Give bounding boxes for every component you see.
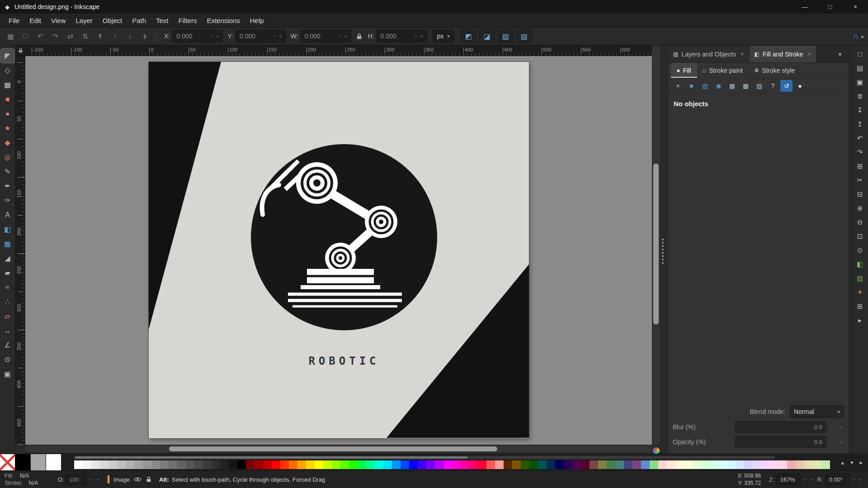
palette-swatch[interactable] bbox=[375, 460, 383, 469]
palette-swatch[interactable] bbox=[495, 460, 504, 469]
subtab-stroke-paint[interactable]: □ Stroke paint bbox=[697, 63, 749, 78]
palette-swatch[interactable] bbox=[297, 460, 306, 469]
document-page-image[interactable]: ROBOTIC bbox=[149, 62, 529, 438]
palette-swatch[interactable] bbox=[718, 460, 727, 469]
import-icon[interactable]: ↧ bbox=[853, 103, 867, 117]
blur-increment-icon[interactable]: + bbox=[838, 424, 844, 431]
palette-swatch[interactable] bbox=[255, 460, 263, 469]
vertical-scrollbar-thumb[interactable] bbox=[653, 164, 659, 324]
palette-swatch[interactable] bbox=[615, 460, 624, 469]
white-swatch[interactable] bbox=[46, 454, 61, 470]
palette-swatch[interactable] bbox=[220, 460, 229, 469]
copy-icon[interactable]: ⊞ bbox=[853, 160, 867, 173]
palette-swatch[interactable] bbox=[349, 460, 358, 469]
palette-swatch[interactable] bbox=[401, 460, 409, 469]
close-tab-icon[interactable]: × bbox=[741, 51, 744, 57]
palette-swatch[interactable] bbox=[461, 460, 469, 469]
select-all-icon[interactable]: ▦ bbox=[4, 29, 18, 43]
palette-swatch[interactable] bbox=[736, 460, 744, 469]
zoom-decrement-icon[interactable]: − bbox=[802, 476, 809, 483]
paint-linear-gradient-icon[interactable]: ▥ bbox=[699, 80, 711, 92]
palette-swatch[interactable] bbox=[650, 460, 658, 469]
palette-swatch[interactable] bbox=[435, 460, 443, 469]
palette-swatch[interactable] bbox=[160, 460, 169, 469]
menu-layer[interactable]: Layer bbox=[71, 14, 98, 27]
palette-swatch[interactable] bbox=[194, 460, 203, 469]
width-input[interactable]: 0.000 − + bbox=[301, 30, 351, 42]
save-document-icon[interactable]: ▣ bbox=[853, 75, 867, 89]
palette-swatch[interactable] bbox=[315, 460, 323, 469]
palette-swatch[interactable] bbox=[229, 460, 237, 469]
menu-extensions[interactable]: Extensions bbox=[202, 14, 245, 27]
palette-swatch[interactable] bbox=[340, 460, 349, 469]
rectangle-tool[interactable]: ■ bbox=[1, 92, 14, 106]
lower-to-bottom-icon[interactable]: ↡ bbox=[138, 29, 152, 43]
tab-layers-objects[interactable]: ▤ Layers and Objects × bbox=[668, 46, 750, 62]
spray-tool[interactable]: ∴ bbox=[1, 295, 14, 309]
palette-swatch[interactable] bbox=[272, 460, 280, 469]
zoom-input[interactable]: 167% bbox=[776, 474, 801, 485]
measure-tool[interactable]: ∠ bbox=[1, 338, 14, 352]
close-tab-icon[interactable]: × bbox=[807, 51, 811, 57]
palette-swatch[interactable] bbox=[641, 460, 650, 469]
palette-swatch[interactable] bbox=[572, 460, 581, 469]
palette-swatch[interactable] bbox=[813, 460, 821, 469]
w-increment-icon[interactable]: + bbox=[343, 33, 349, 40]
black-swatch[interactable] bbox=[15, 454, 31, 470]
tweak-tool[interactable]: ≈ bbox=[1, 280, 14, 294]
text-tool[interactable]: A bbox=[1, 208, 14, 222]
palette-swatch[interactable] bbox=[521, 460, 529, 469]
palette-swatch[interactable] bbox=[821, 460, 830, 469]
rotate-ccw-icon[interactable]: ↶ bbox=[33, 29, 47, 43]
menu-path[interactable]: Path bbox=[127, 14, 151, 27]
y-increment-icon[interactable]: + bbox=[278, 33, 284, 40]
palette-swatch[interactable] bbox=[804, 460, 813, 469]
menu-edit[interactable]: Edit bbox=[24, 14, 46, 27]
palette-swatch[interactable] bbox=[383, 460, 392, 469]
layer-lock-icon[interactable] bbox=[146, 476, 152, 483]
paint-none-icon[interactable]: × bbox=[672, 80, 684, 92]
palette-swatch[interactable] bbox=[126, 460, 134, 469]
palette-swatch[interactable] bbox=[177, 460, 186, 469]
palette-swatch[interactable] bbox=[100, 460, 108, 469]
palette-swatch[interactable] bbox=[538, 460, 547, 469]
palette-swatch[interactable] bbox=[409, 460, 418, 469]
palette-swatch[interactable] bbox=[469, 460, 478, 469]
open-document-icon[interactable]: ▤ bbox=[853, 61, 867, 75]
scale-corners-toggle[interactable]: ◪ bbox=[479, 29, 495, 43]
layer-visibility-eye-icon[interactable] bbox=[134, 477, 142, 482]
menu-filters[interactable]: Filters bbox=[174, 14, 202, 27]
palette-swatch[interactable] bbox=[590, 460, 598, 469]
zoom-drawing-icon[interactable]: ⊙ bbox=[853, 244, 867, 257]
pencil-tool[interactable]: ✎ bbox=[1, 164, 14, 178]
palette-swatch[interactable] bbox=[675, 460, 684, 469]
palette-swatch[interactable] bbox=[632, 460, 641, 469]
palette-swatch[interactable] bbox=[693, 460, 701, 469]
dropper-tool[interactable]: ◢ bbox=[1, 251, 14, 265]
palette-swatch[interactable] bbox=[143, 460, 151, 469]
palette-config-arrow-icon[interactable]: ▸ bbox=[859, 459, 863, 466]
w-decrement-icon[interactable]: − bbox=[336, 33, 343, 40]
paint-undefined-icon[interactable]: ↺ bbox=[780, 80, 793, 92]
opacity-increment-icon[interactable]: + bbox=[838, 439, 844, 446]
palette-swatch[interactable] bbox=[358, 460, 366, 469]
unit-select[interactable]: px ▾ bbox=[433, 30, 454, 42]
palette-swatch[interactable] bbox=[83, 460, 91, 469]
palette-swatch[interactable] bbox=[753, 460, 761, 469]
palette-swatch[interactable] bbox=[246, 460, 255, 469]
node-tool[interactable]: ◇ bbox=[1, 63, 14, 77]
cut-icon[interactable]: ✂ bbox=[853, 174, 867, 187]
palette-swatch[interactable] bbox=[392, 460, 401, 469]
maximize-button[interactable]: □ bbox=[817, 0, 843, 14]
palette-swatch[interactable] bbox=[306, 460, 315, 469]
palette-scroll-up-icon[interactable]: ▴ bbox=[841, 459, 844, 466]
scale-pattern-toggle[interactable]: ▧ bbox=[516, 29, 532, 43]
palette-swatch[interactable] bbox=[418, 460, 426, 469]
dock-menu-chevron-icon[interactable]: ▾ bbox=[831, 46, 849, 62]
horizontal-scrollbar[interactable] bbox=[25, 446, 652, 452]
fill-stroke-dialog-icon[interactable]: ◧ bbox=[853, 258, 867, 271]
palette-swatch[interactable] bbox=[426, 460, 435, 469]
document-new-icon[interactable]: □ bbox=[853, 47, 867, 61]
palette-swatch[interactable] bbox=[624, 460, 632, 469]
blur-decrement-icon[interactable]: − bbox=[829, 424, 835, 431]
